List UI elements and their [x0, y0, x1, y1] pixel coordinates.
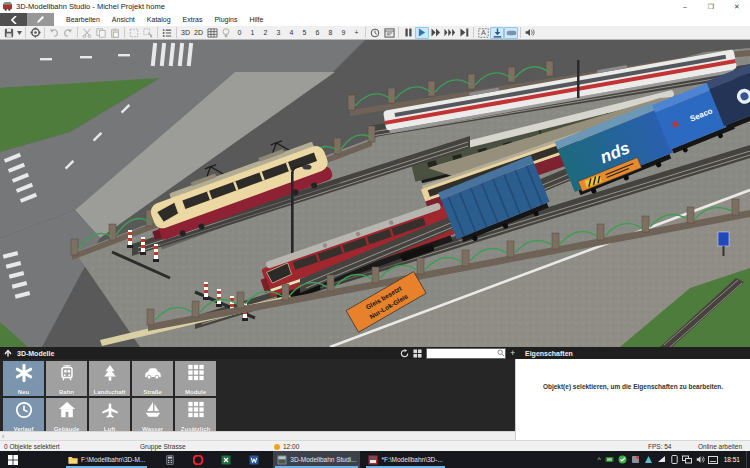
- menu-plugins[interactable]: Plugins: [208, 16, 243, 23]
- back-button[interactable]: [0, 13, 27, 26]
- tray-network-icon[interactable]: [682, 454, 693, 465]
- grid-toggle-button[interactable]: [205, 27, 219, 39]
- edit-mode-button[interactable]: [27, 13, 54, 26]
- close-button[interactable]: ✕: [724, 0, 750, 13]
- taskbar-pinned-opera[interactable]: [189, 451, 207, 468]
- grid-view-icon[interactable]: [413, 349, 422, 358]
- start-button[interactable]: [0, 451, 26, 468]
- tray-icon[interactable]: [617, 454, 628, 465]
- model-tile-zusaetzlich[interactable]: Zusätzlich: [175, 398, 216, 433]
- fastest-forward-button[interactable]: [443, 27, 457, 39]
- redo-button[interactable]: [61, 27, 75, 39]
- menu-ansicht[interactable]: Ansicht: [106, 16, 141, 23]
- camera-view-8[interactable]: 8: [324, 27, 337, 39]
- grid-icon: [187, 364, 204, 381]
- tray-icon[interactable]: [656, 454, 667, 465]
- save-dropdown[interactable]: [16, 27, 23, 39]
- refresh-icon[interactable]: [400, 349, 409, 358]
- taskbar-pinned-word[interactable]: [245, 451, 263, 468]
- select-move-button[interactable]: [141, 27, 155, 39]
- events-button[interactable]: [382, 27, 396, 39]
- taskbar-pinned-calculator[interactable]: [161, 451, 179, 468]
- blue-signal-sign[interactable]: [718, 232, 729, 246]
- taskbar-pinned-excel[interactable]: [217, 451, 235, 468]
- 3dms-window-icon: [277, 455, 287, 465]
- speaker-icon: [525, 28, 535, 37]
- menu-bearbeiten[interactable]: Bearbeiten: [60, 16, 106, 23]
- tray-keyboard-icon[interactable]: [708, 454, 719, 465]
- camera-view-3[interactable]: 3: [272, 27, 285, 39]
- menu-hilfe[interactable]: Hilfe: [243, 16, 269, 23]
- model-search-input[interactable]: [427, 349, 497, 357]
- camera-view-1[interactable]: 1: [246, 27, 259, 39]
- undo-icon: [49, 28, 59, 37]
- signal-pole[interactable]: [577, 60, 580, 98]
- train-icon: [58, 364, 76, 382]
- paste-button[interactable]: [108, 27, 122, 39]
- camera-view-5[interactable]: 5: [298, 27, 311, 39]
- model-tile-gebaeude[interactable]: Gebäude: [46, 398, 87, 433]
- tray-icon[interactable]: [630, 454, 641, 465]
- scroll-left-arrow[interactable]: ‹: [2, 433, 4, 440]
- tray-expand-chevron[interactable]: ^: [597, 456, 600, 463]
- menu-extras[interactable]: Extras: [177, 16, 209, 23]
- cut-button[interactable]: [80, 27, 94, 39]
- camera-view-2[interactable]: 2: [259, 27, 272, 39]
- menu-katalog[interactable]: Katalog: [141, 16, 177, 23]
- gravity-toggle-button[interactable]: [490, 27, 504, 39]
- camera-view-9[interactable]: 9: [337, 27, 350, 39]
- opera-icon: [193, 455, 203, 465]
- taskbar-explorer-button[interactable]: F:\Modellbahn\3D-M...: [64, 451, 149, 468]
- pause-button[interactable]: [401, 27, 415, 39]
- status-selection: 0 Objekte selektiert: [4, 443, 60, 450]
- publish-button[interactable]: [28, 27, 42, 39]
- model-tile-strasse[interactable]: Straße: [132, 361, 173, 396]
- model-tile-luft[interactable]: Luft: [89, 398, 130, 433]
- labels-toggle-button[interactable]: A: [476, 27, 490, 39]
- model-tile-landschaft[interactable]: Landschaft: [89, 361, 130, 396]
- properties-empty-message: Objekt(e) selektieren, um die Eigenschaf…: [516, 383, 750, 390]
- model-tile-wasser[interactable]: Wasser: [132, 398, 173, 433]
- panel-collapse-up-icon[interactable]: [4, 349, 12, 357]
- step-end-button[interactable]: [457, 27, 471, 39]
- view-2d-button[interactable]: 2D: [192, 27, 205, 39]
- sound-button[interactable]: [523, 27, 537, 39]
- tray-phone-icon[interactable]: [669, 454, 680, 465]
- camera-view-6[interactable]: 6: [311, 27, 324, 39]
- properties-panel-header: Eigenschaften: [515, 347, 750, 359]
- taskbar-clock[interactable]: 18:51: [724, 456, 740, 463]
- windows-logo-icon: [8, 455, 18, 465]
- taskbar-app-project-button[interactable]: *F:\Modellbahn\3D-...: [364, 451, 446, 468]
- camera-view-4[interactable]: 4: [285, 27, 298, 39]
- select-area-button[interactable]: [127, 27, 141, 39]
- save-button[interactable]: [2, 27, 16, 39]
- minimize-button[interactable]: –: [672, 0, 698, 13]
- maximize-button[interactable]: ❐: [698, 0, 724, 13]
- viewport-3d-scene[interactable]: nds Seaco: [0, 40, 750, 347]
- title-bar: 3D-Modellbahn Studio - Michel Projekt ho…: [0, 0, 750, 13]
- fast-forward-button[interactable]: [429, 27, 443, 39]
- tray-icon[interactable]: [604, 454, 615, 465]
- show-desktop-button[interactable]: [746, 451, 750, 468]
- model-tile-verlauf[interactable]: Verlauf: [3, 398, 44, 433]
- window-title: 3D-Modellbahn Studio - Michel Projekt ho…: [16, 2, 165, 11]
- play-button[interactable]: [415, 27, 429, 39]
- events-window-icon: [384, 28, 395, 38]
- camera-view-0[interactable]: 0: [233, 27, 246, 39]
- fast-forward-icon: [431, 28, 441, 37]
- gravity-down-icon: [493, 28, 502, 38]
- layer-list-button[interactable]: [160, 27, 174, 39]
- model-tile-module[interactable]: Module: [175, 361, 216, 396]
- copy-button[interactable]: [94, 27, 108, 39]
- taskbar-app-3dms-button[interactable]: 3D-Modellbahn Studi...: [273, 451, 360, 468]
- tray-icon[interactable]: [643, 454, 654, 465]
- light-toggle-button[interactable]: [219, 27, 233, 39]
- view-3d-button[interactable]: 3D: [179, 27, 192, 39]
- model-tile-neu[interactable]: Neu: [3, 361, 44, 396]
- undo-button[interactable]: [47, 27, 61, 39]
- ground-plate-button[interactable]: [504, 27, 518, 39]
- camera-view-add[interactable]: +: [350, 27, 363, 39]
- timer-button[interactable]: [368, 27, 382, 39]
- tray-volume-icon[interactable]: [695, 454, 706, 465]
- model-tile-bahn[interactable]: Bahn: [46, 361, 87, 396]
